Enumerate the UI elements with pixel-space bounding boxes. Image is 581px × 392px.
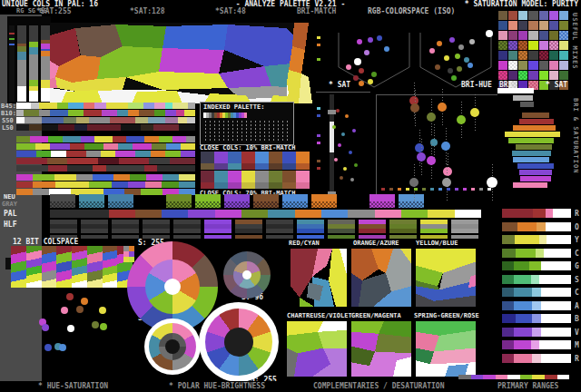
swatch: [41, 56, 50, 80]
swatch: [16, 189, 33, 195]
swatch: [135, 210, 162, 218]
swatch: [518, 11, 527, 20]
stacked-swatch: [173, 220, 201, 239]
swatch: [518, 71, 527, 80]
swatch: [502, 340, 514, 349]
swatch: [187, 117, 195, 123]
swatch: [228, 182, 241, 189]
dot-guide-line: [421, 139, 422, 177]
swatch: [112, 235, 139, 239]
swatch: [17, 52, 26, 60]
palette-row[interactable]: [50, 210, 481, 218]
swatch: [549, 31, 558, 40]
useful-mixes-grid: [498, 11, 568, 91]
swatch: [559, 41, 568, 50]
swatch: [50, 194, 75, 201]
stacked-swatch: [112, 220, 139, 239]
swatch: [165, 151, 180, 157]
color-shape: [289, 46, 305, 74]
stacked-swatch: [369, 194, 395, 208]
swatch: [121, 124, 142, 131]
swatch: [154, 110, 165, 116]
axis-tick: [317, 142, 320, 144]
primary-range-letter: C: [575, 289, 579, 297]
axis-tick: [455, 188, 458, 191]
swatch: [25, 117, 42, 123]
axis-tick: [463, 188, 467, 191]
swatch: [253, 194, 279, 201]
swatch: [532, 328, 540, 337]
footer-complementaries: COMPLEMENTARIES / DESATURATION: [313, 383, 445, 390]
analyze-palette-app: UNIQUE COLS IN PAL: 16 - ANALYZE PALETTE…: [0, 0, 581, 392]
swatch: [126, 136, 144, 142]
swatch: [157, 165, 195, 172]
color-dot: [409, 178, 419, 187]
color-dot: [457, 115, 466, 124]
stacked-swatch: [50, 194, 75, 208]
swatch: [451, 235, 478, 239]
swatch: [128, 110, 139, 116]
neu-label: NEU: [4, 194, 15, 201]
swatch: [151, 151, 165, 157]
swatch: [296, 152, 310, 163]
swatch: [48, 165, 67, 172]
swatch: [498, 21, 507, 30]
swatch: [144, 136, 158, 142]
strip-row: [16, 117, 195, 123]
axis-tick: [406, 188, 409, 191]
swatch: [214, 171, 228, 182]
color-dot: [44, 344, 52, 351]
swatch: [119, 158, 150, 164]
swatch: [94, 136, 113, 142]
swatch: [33, 181, 55, 188]
swatch: [50, 210, 109, 218]
color-dot: [354, 163, 358, 167]
footer-polar-hue-brightness: * POLAR HUE-BRIGHTNESS: [169, 383, 265, 390]
swatch: [195, 194, 221, 201]
donut-ring: [224, 328, 253, 357]
swatch: [50, 110, 69, 116]
swatch: [29, 80, 38, 86]
brihue-border-top: [376, 94, 497, 95]
swatch: [255, 182, 269, 189]
swatch: [266, 235, 293, 239]
color-dot: [349, 151, 352, 154]
sat-slider-thumb[interactable]: [330, 122, 334, 152]
swatch: [141, 124, 153, 131]
color-dot: [441, 142, 450, 151]
swatch: [128, 103, 143, 109]
stacked-swatch: [228, 152, 241, 170]
bri-match-label: BRI-MATCH: [297, 8, 336, 15]
swatch: [154, 103, 165, 109]
color-dot: [81, 298, 88, 305]
primary-range-bar: [502, 340, 571, 349]
color-dot: [340, 176, 343, 180]
swatch: [24, 110, 38, 116]
palette-dot-grid: [203, 120, 290, 142]
sat-slider-nub-top[interactable]: [328, 110, 336, 114]
stacked-swatch: [359, 220, 386, 239]
footer-hue-saturation: * HUE-SATURATION: [38, 383, 108, 390]
swatch: [86, 151, 101, 157]
swatch: [41, 80, 50, 88]
swatch: [16, 110, 24, 116]
swatch: [16, 117, 25, 123]
indexed-palette-strip[interactable]: [203, 113, 247, 118]
swatch: [546, 209, 553, 218]
swatch: [76, 174, 93, 181]
swatch: [471, 375, 484, 379]
stacked-swatch: [41, 25, 50, 102]
swatch: [269, 152, 282, 163]
swatch: [559, 61, 568, 70]
swatch: [241, 171, 255, 182]
swatch: [532, 314, 540, 323]
swatch: [514, 340, 531, 349]
swatch: [508, 31, 517, 40]
swatch: [186, 136, 195, 142]
donut-ring: [165, 339, 180, 354]
color-dot: [42, 324, 49, 331]
swatch: [508, 11, 517, 20]
color-dot: [345, 114, 349, 118]
swatch: [321, 210, 348, 218]
swatch: [35, 143, 50, 150]
